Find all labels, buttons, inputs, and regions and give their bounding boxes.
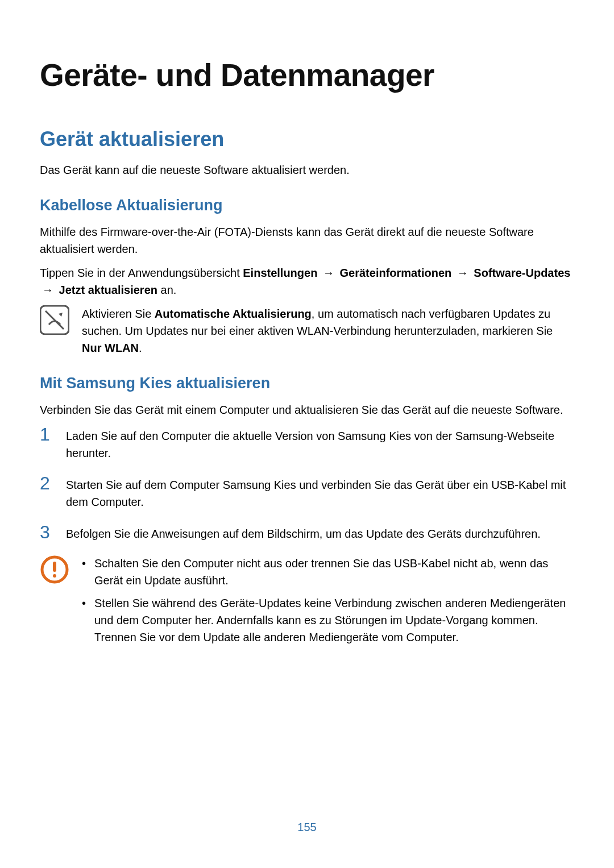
list-item: • Stellen Sie während des Geräte-Updates… <box>82 595 574 646</box>
svg-rect-3 <box>53 562 56 572</box>
step-item: 1 Laden Sie auf den Computer die aktuell… <box>40 425 574 462</box>
note-block: Aktivieren Sie Automatische Aktualisieru… <box>40 305 574 356</box>
note-icon <box>40 305 69 335</box>
bullet-text: Stellen Sie während des Geräte-Updates k… <box>94 595 574 646</box>
bold-term: Automatische Aktualisierung <box>155 308 312 320</box>
menu-path-item: Geräteinformationen <box>340 267 452 279</box>
step-item: 3 Befolgen Sie die Anweisungen auf dem B… <box>40 523 574 542</box>
step-text: Befolgen Sie die Anweisungen auf dem Bil… <box>66 523 574 542</box>
steps-list: 1 Laden Sie auf den Computer die aktuell… <box>40 425 574 542</box>
step-number: 2 <box>40 474 57 492</box>
text-run: an. <box>157 284 176 296</box>
bullet-icon: • <box>82 595 88 612</box>
text-run: . <box>139 342 142 354</box>
page-number: 155 <box>0 821 614 834</box>
arrow-icon: → <box>455 267 471 279</box>
subsection-wireless-update: Kabellose Aktualisierung <box>40 197 574 214</box>
bold-term: Nur WLAN <box>82 342 139 354</box>
subsection-kies-update: Mit Samsung Kies aktualisieren <box>40 375 574 392</box>
kies-intro: Verbinden Sie das Gerät mit einem Comput… <box>40 401 574 418</box>
step-text: Starten Sie auf dem Computer Samsung Kie… <box>66 474 574 510</box>
bullet-text: Schalten Sie den Computer nicht aus oder… <box>94 555 574 589</box>
section-intro: Das Gerät kann auf die neueste Software … <box>40 161 574 178</box>
warning-icon <box>40 555 69 584</box>
list-item: • Schalten Sie den Computer nicht aus od… <box>82 555 574 589</box>
arrow-icon: → <box>40 284 56 296</box>
text-run: Aktivieren Sie <box>82 308 155 320</box>
wireless-p1: Mithilfe des Firmware-over-the-Air (FOTA… <box>40 223 574 258</box>
note-text: Aktivieren Sie Automatische Aktualisieru… <box>82 305 574 356</box>
menu-path-item: Jetzt aktualisieren <box>59 284 157 296</box>
step-number: 1 <box>40 425 57 443</box>
wireless-p2: Tippen Sie in der Anwendungsübersicht Ei… <box>40 264 574 298</box>
menu-path-item: Software-Updates <box>474 267 570 279</box>
svg-rect-4 <box>53 574 56 578</box>
step-text: Laden Sie auf den Computer die aktuelle … <box>66 425 574 462</box>
page-title: Geräte- und Datenmanager <box>40 57 574 93</box>
page-content: Geräte- und Datenmanager Gerät aktualisi… <box>0 0 614 651</box>
text-run: Tippen Sie in der Anwendungsübersicht <box>40 267 243 279</box>
bullet-icon: • <box>82 555 88 572</box>
menu-path-item: Einstellungen <box>243 267 317 279</box>
section-heading-update-device: Gerät aktualisieren <box>40 127 574 151</box>
arrow-icon: → <box>321 267 337 279</box>
step-number: 3 <box>40 523 57 541</box>
step-item: 2 Starten Sie auf dem Computer Samsung K… <box>40 474 574 510</box>
warning-block: • Schalten Sie den Computer nicht aus od… <box>40 555 574 651</box>
warning-list: • Schalten Sie den Computer nicht aus od… <box>82 555 574 651</box>
